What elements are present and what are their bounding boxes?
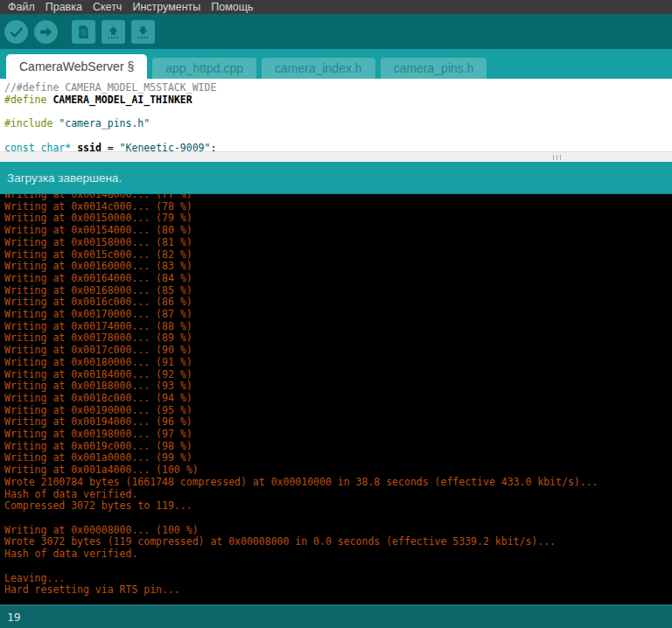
console-line: Writing at 0x00178000... (89 %) [4, 332, 672, 345]
status-message: Загрузка завершена. [7, 171, 122, 185]
code-line: #define CAMERA_MODEL_AI_THINKER [4, 94, 672, 107]
console-lines: Writing at 0x00148000... (77 %)Writing a… [4, 194, 672, 597]
console-line: Hard resetting via RTS pin... [4, 584, 672, 597]
console-line: Writing at 0x00190000... (95 %) [4, 405, 672, 417]
console-line: Writing at 0x00198000... (97 %) [4, 429, 672, 441]
save-button[interactable] [131, 20, 155, 44]
menu-item-help[interactable]: Помощь [206, 0, 258, 14]
menu-item-tools[interactable]: Инструменты [127, 0, 206, 14]
right-arrow-icon [38, 24, 54, 40]
code-line [4, 130, 672, 143]
console-line: Writing at 0x0014c000... (78 %) [4, 201, 672, 213]
console-line: Writing at 0x001a4000... (100 %) [4, 464, 672, 477]
console-line: Writing at 0x00150000... (79 %) [4, 213, 672, 225]
console-line: Writing at 0x00194000... (96 %) [4, 416, 672, 429]
horizontal-scrollbar[interactable] [0, 151, 672, 162]
code-line: #include "camera_pins.h" [4, 118, 672, 130]
console-line: Writing at 0x0017c000... (90 %) [4, 345, 672, 357]
console-line: Writing at 0x00158000... (81 %) [4, 237, 672, 249]
menu-item-file[interactable]: Файл [3, 0, 40, 14]
menu-item-edit[interactable]: Правка [40, 0, 88, 14]
console-line: Writing at 0x00154000... (80 %) [4, 225, 672, 237]
verify-button[interactable] [4, 20, 28, 44]
new-sketch-button[interactable] [72, 20, 95, 44]
console-line: Compressed 3072 bytes to 119... [4, 500, 672, 513]
menu-item-sketch[interactable]: Скетч [88, 0, 127, 14]
console-line: Hash of data verified. [4, 489, 672, 501]
console-line: Writing at 0x00168000... (85 %) [4, 285, 672, 297]
menubar: ФайлПравкаСкетчИнструментыПомощь [0, 0, 672, 14]
toolbar [0, 14, 672, 49]
console-line: Writing at 0x00164000... (84 %) [4, 273, 672, 285]
console-line: Writing at 0x0016c000... (86 %) [4, 297, 672, 309]
check-icon [8, 24, 24, 40]
console-line [4, 513, 672, 525]
console-line: Writing at 0x0018c000... (94 %) [4, 393, 672, 405]
console-line: Writing at 0x00188000... (93 %) [4, 380, 672, 393]
down-arrow-tray-icon [135, 24, 151, 40]
console-line: Hash of data verified. [4, 548, 672, 561]
tab-bar: CameraWebServer §app_httpd.cppcamera_ind… [0, 49, 672, 79]
console-line: Wrote 3072 bytes (119 compressed) at 0x0… [4, 536, 672, 548]
code-line: const char* ssid = "Keneetic-9009"; [4, 143, 672, 151]
code-line [4, 107, 672, 119]
tab-app-httpd[interactable]: app_httpd.cpp [152, 58, 256, 79]
console-line: Writing at 0x00170000... (87 %) [4, 309, 672, 321]
document-icon [75, 24, 92, 40]
line-number: 19 [7, 611, 21, 624]
tab-camera-index[interactable]: camera_index.h [262, 58, 375, 79]
console-line: Leaving... [4, 573, 672, 585]
status-bar: Загрузка завершена. [0, 162, 672, 194]
scrollbar-grip-icon[interactable] [553, 155, 562, 160]
footer-strip: 19 [0, 604, 672, 628]
code-editor[interactable]: //#define CAMERA_MODEL_M5STACK_WIDE#defi… [0, 79, 672, 151]
console-line: Writing at 0x0015c000... (82 %) [4, 249, 672, 262]
console-line: Writing at 0x00174000... (88 %) [4, 321, 672, 333]
console-line: Writing at 0x00008000... (100 %) [4, 525, 672, 537]
console-line [4, 561, 672, 573]
up-arrow-tray-icon [105, 24, 122, 40]
tab-camerawebserver[interactable]: CameraWebServer § [6, 54, 147, 79]
console-line: Writing at 0x0019c000... (98 %) [4, 441, 672, 453]
console-line: Writing at 0x00184000... (92 %) [4, 369, 672, 381]
code-line: //#define CAMERA_MODEL_M5STACK_WIDE [4, 82, 672, 94]
console-line: Wrote 2100784 bytes (1661748 compressed)… [4, 477, 672, 489]
tab-camera-pins[interactable]: camera_pins.h [381, 58, 487, 79]
open-button[interactable] [102, 20, 125, 44]
console-line: Writing at 0x001a0000... (99 %) [4, 452, 672, 464]
console-output[interactable]: Writing at 0x00148000... (77 %)Writing a… [0, 194, 672, 604]
console-line: Writing at 0x00160000... (83 %) [4, 261, 672, 273]
upload-button[interactable] [34, 20, 58, 44]
arduino-ide-window: ФайлПравкаСкетчИнструментыПомощь CameraW… [0, 0, 672, 628]
console-line: Writing at 0x00180000... (91 %) [4, 357, 672, 369]
